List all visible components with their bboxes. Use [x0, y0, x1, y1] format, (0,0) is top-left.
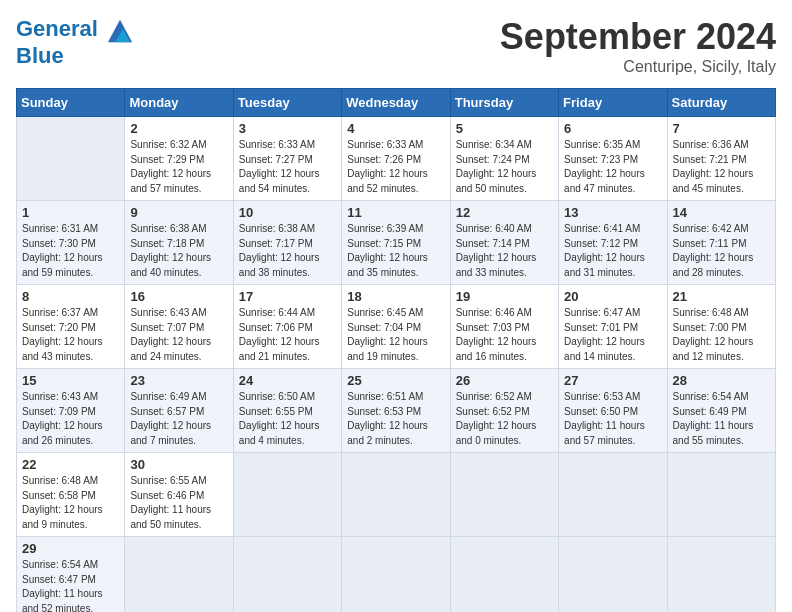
- calendar-day-cell: [667, 453, 775, 537]
- day-number: 23: [130, 373, 227, 388]
- calendar-weekday-header: Sunday: [17, 89, 125, 117]
- calendar-day-cell: [342, 537, 450, 613]
- calendar-day-cell: [450, 453, 558, 537]
- calendar-day-cell: [342, 453, 450, 537]
- calendar-day-cell: 8Sunrise: 6:37 AM Sunset: 7:20 PM Daylig…: [17, 285, 125, 369]
- calendar-header-row: SundayMondayTuesdayWednesdayThursdayFrid…: [17, 89, 776, 117]
- calendar-day-cell: 21Sunrise: 6:48 AM Sunset: 7:00 PM Dayli…: [667, 285, 775, 369]
- day-info: Sunrise: 6:32 AM Sunset: 7:29 PM Dayligh…: [130, 138, 227, 196]
- day-number: 21: [673, 289, 770, 304]
- day-number: 1: [22, 205, 119, 220]
- page-header: General Blue September 2024 Centuripe, S…: [16, 16, 776, 76]
- day-number: 9: [130, 205, 227, 220]
- calendar-week-row: 2Sunrise: 6:32 AM Sunset: 7:29 PM Daylig…: [17, 117, 776, 201]
- calendar-day-cell: 17Sunrise: 6:44 AM Sunset: 7:06 PM Dayli…: [233, 285, 341, 369]
- day-info: Sunrise: 6:55 AM Sunset: 6:46 PM Dayligh…: [130, 474, 227, 532]
- day-info: Sunrise: 6:38 AM Sunset: 7:17 PM Dayligh…: [239, 222, 336, 280]
- calendar-day-cell: 1Sunrise: 6:31 AM Sunset: 7:30 PM Daylig…: [17, 201, 125, 285]
- calendar-weekday-header: Tuesday: [233, 89, 341, 117]
- calendar-day-cell: 26Sunrise: 6:52 AM Sunset: 6:52 PM Dayli…: [450, 369, 558, 453]
- day-number: 27: [564, 373, 661, 388]
- day-number: 10: [239, 205, 336, 220]
- calendar-day-cell: 11Sunrise: 6:39 AM Sunset: 7:15 PM Dayli…: [342, 201, 450, 285]
- day-number: 25: [347, 373, 444, 388]
- calendar-day-cell: 3Sunrise: 6:33 AM Sunset: 7:27 PM Daylig…: [233, 117, 341, 201]
- calendar-day-cell: [450, 537, 558, 613]
- day-info: Sunrise: 6:36 AM Sunset: 7:21 PM Dayligh…: [673, 138, 770, 196]
- calendar-day-cell: [233, 453, 341, 537]
- calendar-day-cell: 30Sunrise: 6:55 AM Sunset: 6:46 PM Dayli…: [125, 453, 233, 537]
- calendar-day-cell: 7Sunrise: 6:36 AM Sunset: 7:21 PM Daylig…: [667, 117, 775, 201]
- day-info: Sunrise: 6:38 AM Sunset: 7:18 PM Dayligh…: [130, 222, 227, 280]
- calendar-day-cell: 24Sunrise: 6:50 AM Sunset: 6:55 PM Dayli…: [233, 369, 341, 453]
- month-title: September 2024: [500, 16, 776, 58]
- day-info: Sunrise: 6:47 AM Sunset: 7:01 PM Dayligh…: [564, 306, 661, 364]
- calendar-day-cell: [559, 537, 667, 613]
- calendar-day-cell: 28Sunrise: 6:54 AM Sunset: 6:49 PM Dayli…: [667, 369, 775, 453]
- day-number: 12: [456, 205, 553, 220]
- calendar-weekday-header: Wednesday: [342, 89, 450, 117]
- calendar-day-cell: 19Sunrise: 6:46 AM Sunset: 7:03 PM Dayli…: [450, 285, 558, 369]
- day-info: Sunrise: 6:41 AM Sunset: 7:12 PM Dayligh…: [564, 222, 661, 280]
- calendar-day-cell: 20Sunrise: 6:47 AM Sunset: 7:01 PM Dayli…: [559, 285, 667, 369]
- calendar-day-cell: [125, 537, 233, 613]
- day-number: 3: [239, 121, 336, 136]
- calendar-weekday-header: Friday: [559, 89, 667, 117]
- location-title: Centuripe, Sicily, Italy: [500, 58, 776, 76]
- day-info: Sunrise: 6:43 AM Sunset: 7:07 PM Dayligh…: [130, 306, 227, 364]
- day-info: Sunrise: 6:43 AM Sunset: 7:09 PM Dayligh…: [22, 390, 119, 448]
- calendar-weekday-header: Thursday: [450, 89, 558, 117]
- day-info: Sunrise: 6:34 AM Sunset: 7:24 PM Dayligh…: [456, 138, 553, 196]
- calendar-day-cell: 29Sunrise: 6:54 AM Sunset: 6:47 PM Dayli…: [17, 537, 125, 613]
- day-number: 13: [564, 205, 661, 220]
- day-number: 22: [22, 457, 119, 472]
- day-info: Sunrise: 6:52 AM Sunset: 6:52 PM Dayligh…: [456, 390, 553, 448]
- day-number: 7: [673, 121, 770, 136]
- calendar-day-cell: 14Sunrise: 6:42 AM Sunset: 7:11 PM Dayli…: [667, 201, 775, 285]
- day-info: Sunrise: 6:33 AM Sunset: 7:26 PM Dayligh…: [347, 138, 444, 196]
- logo-text: General Blue: [16, 16, 134, 68]
- calendar-weekday-header: Saturday: [667, 89, 775, 117]
- calendar-day-cell: 13Sunrise: 6:41 AM Sunset: 7:12 PM Dayli…: [559, 201, 667, 285]
- day-number: 5: [456, 121, 553, 136]
- day-number: 11: [347, 205, 444, 220]
- calendar-week-row: 1Sunrise: 6:31 AM Sunset: 7:30 PM Daylig…: [17, 201, 776, 285]
- day-number: 24: [239, 373, 336, 388]
- calendar-week-row: 15Sunrise: 6:43 AM Sunset: 7:09 PM Dayli…: [17, 369, 776, 453]
- day-info: Sunrise: 6:51 AM Sunset: 6:53 PM Dayligh…: [347, 390, 444, 448]
- day-number: 28: [673, 373, 770, 388]
- day-number: 16: [130, 289, 227, 304]
- calendar-day-cell: [233, 537, 341, 613]
- day-number: 29: [22, 541, 119, 556]
- title-area: September 2024 Centuripe, Sicily, Italy: [500, 16, 776, 76]
- day-number: 4: [347, 121, 444, 136]
- day-info: Sunrise: 6:54 AM Sunset: 6:49 PM Dayligh…: [673, 390, 770, 448]
- day-number: 26: [456, 373, 553, 388]
- day-info: Sunrise: 6:40 AM Sunset: 7:14 PM Dayligh…: [456, 222, 553, 280]
- calendar-day-cell: 25Sunrise: 6:51 AM Sunset: 6:53 PM Dayli…: [342, 369, 450, 453]
- day-info: Sunrise: 6:45 AM Sunset: 7:04 PM Dayligh…: [347, 306, 444, 364]
- logo-blue: Blue: [16, 43, 64, 68]
- day-info: Sunrise: 6:48 AM Sunset: 6:58 PM Dayligh…: [22, 474, 119, 532]
- day-info: Sunrise: 6:44 AM Sunset: 7:06 PM Dayligh…: [239, 306, 336, 364]
- day-number: 19: [456, 289, 553, 304]
- calendar-day-cell: 10Sunrise: 6:38 AM Sunset: 7:17 PM Dayli…: [233, 201, 341, 285]
- calendar-day-cell: 15Sunrise: 6:43 AM Sunset: 7:09 PM Dayli…: [17, 369, 125, 453]
- day-number: 20: [564, 289, 661, 304]
- calendar-day-cell: 6Sunrise: 6:35 AM Sunset: 7:23 PM Daylig…: [559, 117, 667, 201]
- calendar-day-cell: 23Sunrise: 6:49 AM Sunset: 6:57 PM Dayli…: [125, 369, 233, 453]
- logo-icon: [106, 16, 134, 44]
- day-number: 6: [564, 121, 661, 136]
- logo: General Blue: [16, 16, 134, 68]
- day-info: Sunrise: 6:53 AM Sunset: 6:50 PM Dayligh…: [564, 390, 661, 448]
- calendar-week-row: 8Sunrise: 6:37 AM Sunset: 7:20 PM Daylig…: [17, 285, 776, 369]
- day-info: Sunrise: 6:37 AM Sunset: 7:20 PM Dayligh…: [22, 306, 119, 364]
- day-info: Sunrise: 6:54 AM Sunset: 6:47 PM Dayligh…: [22, 558, 119, 612]
- calendar-day-cell: 2Sunrise: 6:32 AM Sunset: 7:29 PM Daylig…: [125, 117, 233, 201]
- calendar-week-row: 29Sunrise: 6:54 AM Sunset: 6:47 PM Dayli…: [17, 537, 776, 613]
- calendar-day-cell: 16Sunrise: 6:43 AM Sunset: 7:07 PM Dayli…: [125, 285, 233, 369]
- day-info: Sunrise: 6:50 AM Sunset: 6:55 PM Dayligh…: [239, 390, 336, 448]
- calendar-day-cell: 22Sunrise: 6:48 AM Sunset: 6:58 PM Dayli…: [17, 453, 125, 537]
- day-number: 14: [673, 205, 770, 220]
- calendar-day-cell: 9Sunrise: 6:38 AM Sunset: 7:18 PM Daylig…: [125, 201, 233, 285]
